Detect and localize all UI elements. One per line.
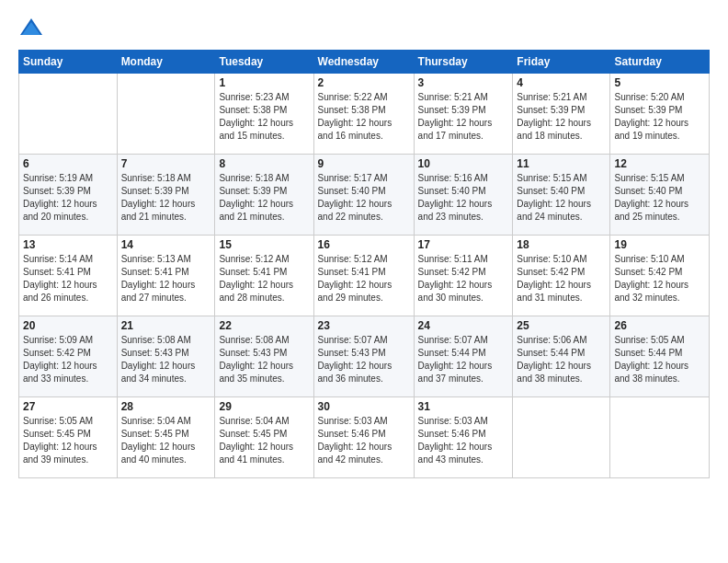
calendar-cell: 30Sunrise: 5:03 AMSunset: 5:46 PMDayligh… <box>313 397 414 478</box>
day-number: 21 <box>121 319 211 332</box>
calendar-cell: 28Sunrise: 5:04 AMSunset: 5:45 PMDayligh… <box>117 397 215 478</box>
weekday-header: Saturday <box>610 51 710 74</box>
day-number: 14 <box>121 238 211 251</box>
day-number: 13 <box>23 238 113 251</box>
calendar-cell: 8Sunrise: 5:18 AMSunset: 5:39 PMDaylight… <box>215 155 313 236</box>
weekday-header: Friday <box>513 51 610 74</box>
calendar-cell: 19Sunrise: 5:10 AMSunset: 5:42 PMDayligh… <box>610 236 710 316</box>
calendar-week-row: 6Sunrise: 5:19 AMSunset: 5:39 PMDaylight… <box>19 155 710 236</box>
calendar-table: SundayMondayTuesdayWednesdayThursdayFrid… <box>18 50 710 478</box>
day-info: Sunrise: 5:07 AMSunset: 5:43 PMDaylight:… <box>318 334 410 385</box>
calendar-cell <box>19 74 118 155</box>
day-info: Sunrise: 5:07 AMSunset: 5:44 PMDaylight:… <box>418 334 509 385</box>
day-info: Sunrise: 5:09 AMSunset: 5:42 PMDaylight:… <box>23 334 113 385</box>
day-info: Sunrise: 5:10 AMSunset: 5:42 PMDaylight:… <box>517 253 606 304</box>
day-number: 4 <box>517 76 606 89</box>
day-number: 28 <box>121 400 211 413</box>
calendar-cell: 11Sunrise: 5:15 AMSunset: 5:40 PMDayligh… <box>513 155 610 236</box>
calendar-cell <box>117 74 215 155</box>
calendar-cell: 20Sunrise: 5:09 AMSunset: 5:42 PMDayligh… <box>19 316 118 397</box>
day-number: 24 <box>418 319 509 332</box>
header <box>18 15 710 40</box>
day-info: Sunrise: 5:22 AMSunset: 5:38 PMDaylight:… <box>318 91 410 143</box>
day-info: Sunrise: 5:15 AMSunset: 5:40 PMDaylight:… <box>614 172 705 224</box>
day-info: Sunrise: 5:08 AMSunset: 5:43 PMDaylight:… <box>219 334 309 385</box>
day-info: Sunrise: 5:05 AMSunset: 5:45 PMDaylight:… <box>23 415 113 466</box>
calendar-week-row: 1Sunrise: 5:23 AMSunset: 5:38 PMDaylight… <box>19 74 710 155</box>
calendar-cell: 17Sunrise: 5:11 AMSunset: 5:42 PMDayligh… <box>414 236 513 316</box>
weekday-header: Wednesday <box>313 51 414 74</box>
calendar-cell: 1Sunrise: 5:23 AMSunset: 5:38 PMDaylight… <box>215 74 313 155</box>
day-number: 18 <box>517 238 606 251</box>
day-info: Sunrise: 5:06 AMSunset: 5:44 PMDaylight:… <box>517 334 606 385</box>
day-info: Sunrise: 5:18 AMSunset: 5:39 PMDaylight:… <box>121 172 211 224</box>
day-info: Sunrise: 5:11 AMSunset: 5:42 PMDaylight:… <box>418 253 509 304</box>
calendar-cell: 29Sunrise: 5:04 AMSunset: 5:45 PMDayligh… <box>215 397 313 478</box>
day-info: Sunrise: 5:15 AMSunset: 5:40 PMDaylight:… <box>517 172 606 224</box>
day-number: 29 <box>219 400 309 413</box>
day-info: Sunrise: 5:04 AMSunset: 5:45 PMDaylight:… <box>121 415 211 466</box>
day-info: Sunrise: 5:23 AMSunset: 5:38 PMDaylight:… <box>219 91 309 143</box>
calendar-cell: 14Sunrise: 5:13 AMSunset: 5:41 PMDayligh… <box>117 236 215 316</box>
calendar-cell: 9Sunrise: 5:17 AMSunset: 5:40 PMDaylight… <box>313 155 414 236</box>
calendar-cell: 10Sunrise: 5:16 AMSunset: 5:40 PMDayligh… <box>414 155 513 236</box>
day-info: Sunrise: 5:10 AMSunset: 5:42 PMDaylight:… <box>614 253 705 304</box>
calendar-cell: 12Sunrise: 5:15 AMSunset: 5:40 PMDayligh… <box>610 155 710 236</box>
day-number: 12 <box>614 157 705 170</box>
calendar-week-row: 20Sunrise: 5:09 AMSunset: 5:42 PMDayligh… <box>19 316 710 397</box>
day-number: 9 <box>318 157 410 170</box>
calendar-header-row: SundayMondayTuesdayWednesdayThursdayFrid… <box>19 51 710 74</box>
day-info: Sunrise: 5:14 AMSunset: 5:41 PMDaylight:… <box>23 253 113 304</box>
day-info: Sunrise: 5:21 AMSunset: 5:39 PMDaylight:… <box>517 91 606 143</box>
calendar-cell: 22Sunrise: 5:08 AMSunset: 5:43 PMDayligh… <box>215 316 313 397</box>
weekday-header: Sunday <box>19 51 118 74</box>
calendar-cell <box>610 397 710 478</box>
calendar-cell: 13Sunrise: 5:14 AMSunset: 5:41 PMDayligh… <box>19 236 118 316</box>
day-number: 26 <box>614 319 705 332</box>
day-info: Sunrise: 5:16 AMSunset: 5:40 PMDaylight:… <box>418 172 509 224</box>
day-info: Sunrise: 5:21 AMSunset: 5:39 PMDaylight:… <box>418 91 509 143</box>
day-number: 10 <box>418 157 509 170</box>
weekday-header: Thursday <box>414 51 513 74</box>
day-info: Sunrise: 5:18 AMSunset: 5:39 PMDaylight:… <box>219 172 309 224</box>
day-number: 2 <box>318 76 410 89</box>
day-info: Sunrise: 5:12 AMSunset: 5:41 PMDaylight:… <box>318 253 410 304</box>
day-number: 5 <box>614 76 705 89</box>
day-number: 8 <box>219 157 309 170</box>
day-info: Sunrise: 5:05 AMSunset: 5:44 PMDaylight:… <box>614 334 705 385</box>
calendar-week-row: 13Sunrise: 5:14 AMSunset: 5:41 PMDayligh… <box>19 236 710 316</box>
day-number: 23 <box>318 319 410 332</box>
day-number: 27 <box>23 400 113 413</box>
calendar-cell: 18Sunrise: 5:10 AMSunset: 5:42 PMDayligh… <box>513 236 610 316</box>
day-number: 19 <box>614 238 705 251</box>
logo-icon <box>18 15 44 40</box>
day-info: Sunrise: 5:13 AMSunset: 5:41 PMDaylight:… <box>121 253 211 304</box>
calendar-cell: 26Sunrise: 5:05 AMSunset: 5:44 PMDayligh… <box>610 316 710 397</box>
day-number: 3 <box>418 76 509 89</box>
logo <box>18 15 48 40</box>
day-number: 17 <box>418 238 509 251</box>
calendar-cell: 7Sunrise: 5:18 AMSunset: 5:39 PMDaylight… <box>117 155 215 236</box>
calendar-cell: 2Sunrise: 5:22 AMSunset: 5:38 PMDaylight… <box>313 74 414 155</box>
day-number: 16 <box>318 238 410 251</box>
weekday-header: Monday <box>117 51 215 74</box>
day-info: Sunrise: 5:03 AMSunset: 5:46 PMDaylight:… <box>318 415 410 466</box>
calendar-cell: 15Sunrise: 5:12 AMSunset: 5:41 PMDayligh… <box>215 236 313 316</box>
day-info: Sunrise: 5:03 AMSunset: 5:46 PMDaylight:… <box>418 415 509 466</box>
calendar-cell: 21Sunrise: 5:08 AMSunset: 5:43 PMDayligh… <box>117 316 215 397</box>
day-number: 15 <box>219 238 309 251</box>
day-number: 31 <box>418 400 509 413</box>
day-number: 7 <box>121 157 211 170</box>
calendar-cell: 6Sunrise: 5:19 AMSunset: 5:39 PMDaylight… <box>19 155 118 236</box>
weekday-header: Tuesday <box>215 51 313 74</box>
calendar-cell: 23Sunrise: 5:07 AMSunset: 5:43 PMDayligh… <box>313 316 414 397</box>
calendar-cell: 4Sunrise: 5:21 AMSunset: 5:39 PMDaylight… <box>513 74 610 155</box>
calendar-cell: 16Sunrise: 5:12 AMSunset: 5:41 PMDayligh… <box>313 236 414 316</box>
day-number: 20 <box>23 319 113 332</box>
day-number: 11 <box>517 157 606 170</box>
calendar-cell: 27Sunrise: 5:05 AMSunset: 5:45 PMDayligh… <box>19 397 118 478</box>
day-info: Sunrise: 5:19 AMSunset: 5:39 PMDaylight:… <box>23 172 113 224</box>
calendar-cell: 31Sunrise: 5:03 AMSunset: 5:46 PMDayligh… <box>414 397 513 478</box>
calendar-cell: 25Sunrise: 5:06 AMSunset: 5:44 PMDayligh… <box>513 316 610 397</box>
day-number: 22 <box>219 319 309 332</box>
